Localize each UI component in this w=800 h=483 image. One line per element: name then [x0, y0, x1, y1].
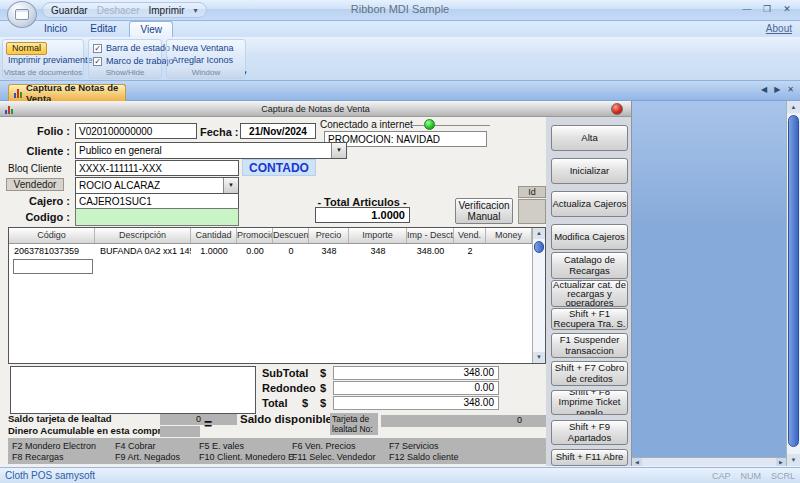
ribbon: Normal Imprimir previamente Pantalla com… — [0, 37, 800, 81]
shift-f11-abre-button[interactable]: Shift + F11 Abre — [551, 449, 628, 466]
child-close-icon[interactable] — [611, 103, 623, 115]
scroll-down-icon[interactable]: ▼ — [533, 352, 545, 363]
nueva-ventana-button[interactable]: Nueva Ventana — [172, 43, 234, 53]
horizontal-scrollbar[interactable]: ◀ ▶ — [632, 457, 786, 466]
close-icon[interactable]: ✕ — [778, 2, 796, 16]
total-label: Total — [262, 397, 287, 409]
tab-editar[interactable]: Editar — [80, 21, 126, 37]
save-button[interactable]: Guardar — [51, 5, 88, 16]
col-vend[interactable]: Vend. — [454, 228, 486, 243]
imprimir-previamente-button[interactable]: Imprimir previamente — [8, 55, 93, 65]
tab-close-icon[interactable]: ✕ — [787, 85, 794, 94]
tab-captura-notas-venta[interactable]: Captura de Notas de Venta — [8, 84, 126, 101]
fkey-f9[interactable]: F9 Art. Negados — [115, 452, 199, 462]
scrollbar-thumb[interactable] — [534, 241, 544, 253]
checkbox-marco-trabajo[interactable]: ✓ — [93, 57, 102, 66]
fkey-f2[interactable]: F2 Mondero Electron — [12, 441, 115, 451]
group-showhide: ✓ Barra de estado ✓ Marco de trabajo Sho… — [88, 39, 162, 79]
scrollbar-thumb[interactable] — [788, 115, 799, 447]
qat-dropdown-icon[interactable]: ▾ — [194, 6, 198, 15]
fkey-f8[interactable]: F8 Recargas — [12, 452, 115, 462]
fecha-field[interactable]: 21/Nov/2024 — [240, 123, 316, 139]
catalogo-recargas-button[interactable]: Catalago de Recargas — [551, 252, 628, 279]
shift-f7-cobro-button[interactable]: Shift + F7 Cobro de creditos — [551, 361, 628, 386]
scroll-down-icon[interactable]: ▼ — [787, 454, 800, 466]
equals-sign: = — [204, 416, 212, 432]
fkey-f7[interactable]: F7 Servicios — [389, 441, 546, 451]
fkey-f10[interactable]: F10 Client. Monedero E. — [199, 452, 292, 462]
cajero-label: Cajero : — [8, 195, 70, 207]
restore-icon[interactable]: ❐ — [758, 2, 776, 16]
cell-promocion: 0.00 — [237, 244, 273, 259]
fkey-f5[interactable]: F5 E. vales — [199, 441, 292, 451]
chevron-down-icon[interactable]: ▼ — [331, 143, 346, 158]
col-importe[interactable]: Importe — [349, 228, 407, 243]
normal-button[interactable]: Normal — [6, 42, 47, 55]
actualiza-cajeros-button[interactable]: Actualiza Cajeros — [551, 191, 628, 217]
scroll-right-icon[interactable]: ▶ — [776, 458, 786, 466]
child-window-title: Captura de Notas de Venta — [0, 104, 631, 114]
status-bar: Cloth POS samysoft CAP NUM SCRL — [0, 467, 800, 483]
verificacion-manual-button[interactable]: Verificacion Manual — [455, 198, 513, 224]
actualizar-cat-recargas-button[interactable]: Actualizar cat. de recargas y operadores — [551, 280, 628, 307]
fkey-f12[interactable]: F12 Saldo cliente — [389, 452, 546, 462]
app-menu-button[interactable] — [7, 1, 37, 28]
grid-scrollbar[interactable]: ▲ ▼ — [532, 228, 545, 363]
scroll-up-icon[interactable]: ▲ — [533, 228, 545, 239]
cell-imp-descto: 348.00 — [407, 244, 454, 259]
marco-trabajo-label[interactable]: Marco de trabajo — [106, 56, 174, 66]
vertical-scrollbar[interactable]: ▲ ▼ — [786, 101, 800, 466]
f1-suspender-button[interactable]: F1 Suspender transaccion — [551, 333, 628, 358]
child-title-bar: Captura de Notas de Venta — [0, 101, 631, 117]
bloq-cliente-field[interactable]: XXXX-111111-XXX — [75, 160, 239, 176]
conectado-label: Conectado a internet — [320, 119, 413, 130]
arreglar-iconos-button[interactable]: Arreglar Iconos — [172, 55, 233, 65]
tab-view[interactable]: View — [129, 21, 173, 37]
tab-inicio[interactable]: Inicio — [34, 21, 77, 37]
shift-f8-imprime-button[interactable]: Shift + F8 Imprime Ticket regalo — [551, 390, 628, 415]
table-row[interactable]: 2063781037359 BUFANDA 0A2 xx1 145 IVORY … — [9, 244, 532, 259]
chevron-down-icon[interactable]: ▼ — [223, 178, 238, 193]
tab-prev-icon[interactable]: ◀ — [761, 85, 767, 94]
shift-f1-recupera-button[interactable]: Shift + F1 Recupera Tra. S. — [551, 308, 628, 330]
codigo-input[interactable] — [75, 208, 239, 226]
caps-indicator: CAP — [712, 471, 731, 481]
vendedor-combo[interactable]: ROCIO ALCARAZ ▼ — [75, 177, 239, 194]
col-promocion[interactable]: Promoción — [237, 228, 273, 243]
shift-f9-apartados-button[interactable]: Shift + F9 Apartados — [551, 420, 628, 445]
scroll-up-icon[interactable]: ▲ — [787, 101, 800, 113]
notes-box[interactable] — [10, 366, 256, 414]
status-indicators: CAP NUM SCRL — [712, 471, 795, 481]
checkbox-barra-estado[interactable]: ✓ — [93, 44, 102, 53]
cliente-combo[interactable]: Publico en general ▼ — [75, 142, 347, 159]
col-precio[interactable]: Precio — [309, 228, 349, 243]
folio-field[interactable]: V020100000000 — [75, 123, 197, 139]
minimize-icon[interactable]: — — [738, 2, 756, 16]
fkey-f11[interactable]: F11 Selec. Vendedor — [292, 452, 389, 462]
subtotal-field: 348.00 — [333, 366, 499, 380]
barra-estado-label[interactable]: Barra de estado — [106, 43, 170, 53]
function-keys-bar: F2 Mondero Electron F4 Cobrar F5 E. vale… — [8, 438, 546, 464]
modifica-cajeros-button[interactable]: Modifica Cajeros — [551, 224, 628, 250]
cajero-field[interactable]: CAJERO1SUC1 — [75, 193, 239, 209]
vendedor-label: Vendedor — [6, 178, 64, 191]
undo-button[interactable]: Deshacer — [97, 5, 140, 16]
tab-next-icon[interactable]: ▶ — [774, 85, 780, 94]
fkey-f4[interactable]: F4 Cobrar — [115, 441, 199, 451]
col-money[interactable]: Money — [486, 228, 532, 243]
fkey-f6[interactable]: F6 Ven. Precios — [292, 441, 389, 451]
grid-edit-cell[interactable] — [13, 259, 93, 274]
col-descripcion[interactable]: Descripción — [95, 228, 191, 243]
scroll-left-icon[interactable]: ◀ — [632, 458, 642, 466]
print-button[interactable]: Imprimir — [149, 5, 185, 16]
alta-button[interactable]: Alta — [551, 125, 628, 151]
about-link[interactable]: About — [766, 23, 792, 34]
col-imp-descto[interactable]: Imp - Descto — [407, 228, 454, 243]
promo-field[interactable]: PROMOCION: NAVIDAD — [324, 131, 487, 147]
col-cantidad[interactable]: Cantidad — [191, 228, 237, 243]
inicializar-button[interactable]: Inicializar — [551, 158, 628, 184]
col-codigo[interactable]: Código — [9, 228, 95, 243]
dinero-acumulable-label: Dinero Acumulable en esta compra — [8, 425, 167, 436]
cell-precio: 348 — [309, 244, 349, 259]
col-descuento[interactable]: Descuento — [273, 228, 309, 243]
